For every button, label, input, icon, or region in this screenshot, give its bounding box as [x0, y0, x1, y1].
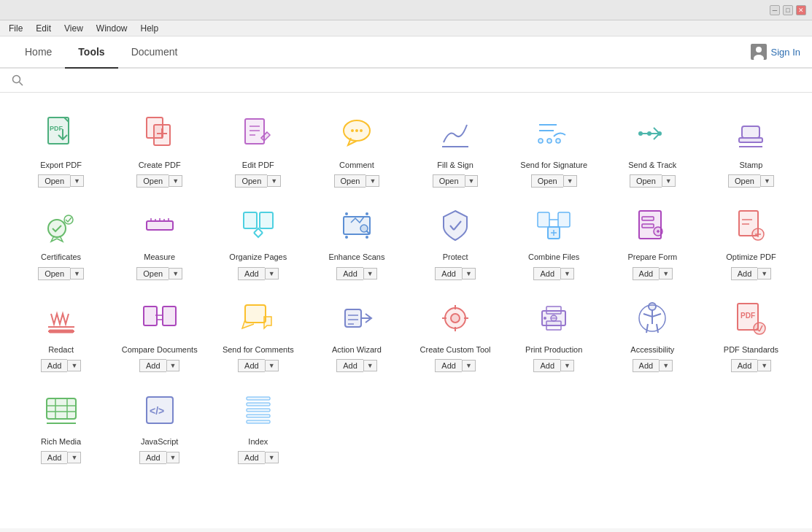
tool-item-send-track: Send & Track Open ▼ [606, 104, 699, 190]
svg-rect-71 [163, 307, 176, 325]
tool-btn-arrow-organize-pages[interactable]: ▼ [265, 268, 279, 280]
svg-point-24 [547, 139, 552, 143]
tool-btn-main-measure[interactable]: Open [136, 267, 169, 280]
menu-view[interactable]: View [58, 22, 89, 35]
tool-btn-main-javascript[interactable]: Add [139, 451, 166, 464]
tool-btn-main-create-custom-tool[interactable]: Add [435, 359, 462, 372]
tool-btn-main-redact[interactable]: Add [41, 359, 68, 372]
tool-btn-arrow-optimize-pdf[interactable]: ▼ [757, 268, 771, 280]
svg-text:PDF: PDF [741, 312, 755, 320]
tool-btn-arrow-enhance-scans[interactable]: ▼ [363, 268, 377, 280]
menu-file[interactable]: File [3, 22, 28, 35]
tool-btn-arrow-create-pdf[interactable]: ▼ [169, 175, 182, 187]
tool-btn-main-pdf-standards[interactable]: Add [731, 359, 758, 372]
create-custom-tool-icon [433, 296, 477, 340]
tool-btn-arrow-combine-files[interactable]: ▼ [560, 268, 574, 280]
svg-rect-72 [245, 305, 266, 323]
menu-edit[interactable]: Edit [30, 22, 57, 35]
svg-point-33 [64, 215, 73, 224]
certificates-icon [39, 204, 83, 247]
tool-item-organize-pages: Organize Pages Add ▼ [212, 196, 304, 282]
menu-window[interactable]: Window [90, 22, 134, 35]
tool-btn-main-action-wizard[interactable]: Add [336, 359, 363, 372]
tool-btn-main-edit-pdf[interactable]: Open [235, 174, 267, 188]
search-input[interactable] [29, 75, 794, 86]
tab-home[interactable]: Home [12, 36, 65, 69]
tool-name-send-comments: Send for Comments [223, 344, 294, 355]
tool-btn-arrow-pdf-standards[interactable]: ▼ [757, 360, 771, 371]
tool-btn-main-optimize-pdf[interactable]: Add [731, 267, 758, 280]
svg-point-26 [638, 131, 643, 136]
tab-tools[interactable]: Tools [65, 36, 117, 69]
tool-btn-group-fill-sign: Open ▼ [433, 174, 479, 188]
svg-text:PDF: PDF [50, 125, 63, 132]
tool-btn-main-create-pdf[interactable]: Open [136, 174, 169, 188]
tool-btn-main-index[interactable]: Add [238, 451, 265, 464]
tool-btn-arrow-print-production[interactable]: ▼ [560, 360, 574, 371]
tool-btn-main-accessibility[interactable]: Add [633, 359, 660, 372]
tool-btn-arrow-send-signature[interactable]: ▼ [563, 175, 577, 187]
tool-btn-main-protect[interactable]: Add [435, 267, 462, 280]
tool-btn-arrow-send-track[interactable]: ▼ [662, 175, 676, 187]
tool-btn-main-fill-sign[interactable]: Open [433, 174, 465, 188]
tool-btn-main-print-production[interactable]: Add [533, 359, 560, 372]
tool-btn-main-send-signature[interactable]: Open [531, 174, 563, 188]
tool-btn-main-send-track[interactable]: Open [630, 174, 662, 188]
close-button[interactable]: ✕ [796, 5, 806, 15]
tool-btn-arrow-action-wizard[interactable]: ▼ [363, 360, 377, 371]
tool-btn-main-export-pdf[interactable]: Open [38, 174, 70, 188]
tool-btn-main-send-comments[interactable]: Add [238, 359, 265, 372]
tool-btn-main-combine-files[interactable]: Add [533, 267, 560, 280]
tool-name-redact: Redact [48, 344, 74, 355]
tool-btn-main-compare-documents[interactable]: Add [139, 359, 166, 372]
tool-item-export-pdf: PDF Export PDF Open ▼ [15, 104, 107, 190]
tool-btn-arrow-redact[interactable]: ▼ [67, 360, 81, 371]
menu-bar: File Edit View Window Help [0, 20, 812, 36]
tools-grid: PDF Export PDF Open ▼ Create PDF Open ▼ [15, 104, 797, 467]
tool-btn-arrow-fill-sign[interactable]: ▼ [465, 175, 479, 187]
tool-item-send-signature: Send for Signature Open ▼ [508, 104, 600, 190]
tool-btn-main-certificates[interactable]: Open [38, 267, 70, 280]
tool-btn-main-comment[interactable]: Open [334, 174, 366, 188]
tool-btn-group-pdf-standards: Add ▼ [731, 359, 772, 372]
tool-btn-main-rich-media[interactable]: Add [41, 451, 68, 464]
minimize-button[interactable]: ─ [770, 5, 780, 15]
tool-btn-arrow-stamp[interactable]: ▼ [760, 175, 774, 187]
tool-name-certificates: Certificates [41, 252, 81, 262]
tool-item-send-comments: Send for Comments Add ▼ [212, 289, 304, 375]
tool-btn-arrow-accessibility[interactable]: ▼ [659, 360, 673, 371]
tool-btn-arrow-comment[interactable]: ▼ [366, 175, 379, 187]
tool-btn-arrow-prepare-form[interactable]: ▼ [659, 268, 673, 280]
tool-btn-arrow-protect[interactable]: ▼ [462, 268, 476, 280]
tool-btn-arrow-send-comments[interactable]: ▼ [265, 360, 279, 371]
svg-rect-105 [247, 397, 270, 400]
tool-btn-arrow-edit-pdf[interactable]: ▼ [267, 175, 281, 187]
tool-btn-main-organize-pages[interactable]: Add [238, 267, 265, 280]
tool-btn-arrow-export-pdf[interactable]: ▼ [70, 175, 84, 187]
tool-btn-arrow-certificates[interactable]: ▼ [70, 268, 84, 280]
menu-help[interactable]: Help [135, 22, 165, 35]
tool-btn-group-enhance-scans: Add ▼ [336, 267, 377, 280]
svg-rect-59 [642, 224, 654, 228]
tool-btn-main-prepare-form[interactable]: Add [633, 267, 660, 280]
tool-name-organize-pages: Organize Pages [229, 252, 287, 262]
title-bar: ─ □ ✕ [0, 0, 812, 20]
tool-btn-arrow-measure[interactable]: ▼ [169, 268, 182, 280]
tool-item-combine-files: Combine Files Add ▼ [508, 196, 600, 282]
tool-btn-group-send-track: Open ▼ [630, 174, 676, 188]
tool-btn-arrow-create-custom-tool[interactable]: ▼ [462, 360, 476, 371]
tool-name-send-signature: Send for Signature [520, 160, 587, 170]
tool-btn-main-stamp[interactable]: Open [728, 174, 760, 188]
tab-document[interactable]: Document [118, 36, 191, 69]
svg-rect-107 [247, 409, 270, 412]
tool-btn-arrow-compare-documents[interactable]: ▼ [166, 360, 180, 371]
tool-item-comment: Comment Open ▼ [310, 104, 403, 190]
tool-btn-arrow-rich-media[interactable]: ▼ [67, 452, 81, 463]
accessibility-icon [630, 296, 674, 340]
tool-btn-arrow-javascript[interactable]: ▼ [166, 452, 180, 463]
sign-in-button[interactable]: Sign In [771, 47, 800, 58]
tool-btn-main-enhance-scans[interactable]: Add [336, 267, 363, 280]
tool-btn-arrow-index[interactable]: ▼ [265, 452, 279, 463]
svg-rect-52 [538, 212, 549, 227]
maximize-button[interactable]: □ [783, 5, 793, 15]
